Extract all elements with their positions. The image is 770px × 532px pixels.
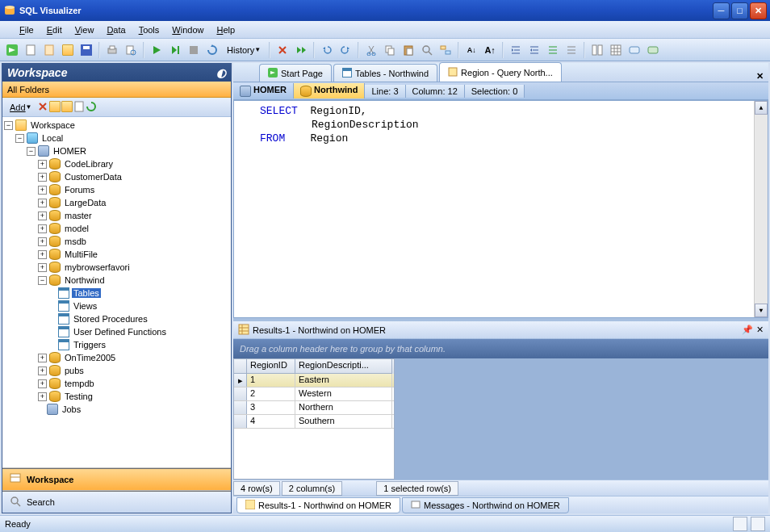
ws-refresh-icon[interactable] bbox=[86, 101, 97, 114]
menu-help[interactable]: Help bbox=[210, 23, 241, 36]
column-header-regiondesc[interactable]: RegionDescripti... bbox=[295, 359, 392, 374]
close-button[interactable]: ✕ bbox=[750, 2, 767, 19]
ws-delete-icon[interactable] bbox=[37, 101, 48, 114]
status-database[interactable]: Northwind bbox=[294, 83, 365, 98]
open-icon[interactable] bbox=[59, 41, 77, 59]
tree-db-ontime2005[interactable]: +OnTime2005 bbox=[4, 351, 229, 364]
minimize-button[interactable]: ─ bbox=[713, 2, 730, 19]
table-row[interactable]: 2 Western bbox=[234, 387, 394, 401]
paste-icon[interactable] bbox=[400, 41, 417, 59]
tab-tables-northwind[interactable]: Tables - Northwind bbox=[333, 64, 437, 82]
tree-db-forums[interactable]: +Forums bbox=[4, 183, 229, 196]
workspace-tree[interactable]: −Workspace −Local −HOMER +CodeLibrary +C… bbox=[2, 117, 231, 467]
menu-file[interactable]: File bbox=[13, 23, 40, 36]
font-smaller-icon[interactable]: A↓ bbox=[462, 41, 480, 59]
tree-db-master[interactable]: +master bbox=[4, 209, 229, 222]
workspace-tab[interactable]: Workspace bbox=[2, 467, 231, 490]
find-icon[interactable] bbox=[418, 41, 436, 59]
indent-icon[interactable] bbox=[507, 41, 525, 59]
maximize-button[interactable]: □ bbox=[731, 2, 748, 19]
replace-icon[interactable] bbox=[437, 41, 454, 59]
tree-db-largedata[interactable]: +LargeData bbox=[4, 196, 229, 209]
menu-window[interactable]: Window bbox=[165, 23, 210, 36]
menu-data[interactable]: Data bbox=[100, 23, 132, 36]
column-header-regionid[interactable]: RegionID bbox=[247, 359, 295, 374]
ws-open-icon[interactable] bbox=[49, 101, 61, 114]
scroll-down-icon[interactable]: ▼ bbox=[755, 304, 768, 317]
results-pin-icon[interactable]: 📌 bbox=[742, 325, 753, 335]
new-doc-icon[interactable] bbox=[22, 41, 40, 59]
tree-db-tempdb[interactable]: +tempdb bbox=[4, 377, 229, 390]
uncomment-icon[interactable] bbox=[563, 41, 580, 59]
tree-db-msdb[interactable]: +msdb bbox=[4, 235, 229, 248]
save-icon[interactable] bbox=[77, 41, 95, 59]
tree-jobs[interactable]: Jobs bbox=[4, 403, 229, 416]
execute-icon[interactable] bbox=[148, 41, 165, 59]
print-icon[interactable] bbox=[103, 41, 121, 59]
editor-scrollbar[interactable]: ▲ ▼ bbox=[754, 101, 768, 317]
ws-folder-x-icon[interactable] bbox=[61, 101, 73, 114]
add-dropdown[interactable]: Add ▼ bbox=[6, 101, 36, 114]
results-tab-1[interactable]: Results-1 - Northwind on HOMER bbox=[236, 497, 400, 513]
tree-db-model[interactable]: +model bbox=[4, 222, 229, 235]
tree-db-pubs[interactable]: +pubs bbox=[4, 364, 229, 377]
menu-view[interactable]: View bbox=[69, 23, 101, 36]
tree-db-testing[interactable]: +Testing bbox=[4, 390, 229, 403]
execute-all-icon[interactable] bbox=[292, 41, 310, 59]
stop-icon[interactable] bbox=[185, 41, 203, 59]
menu-tools[interactable]: Tools bbox=[132, 23, 166, 36]
undo-icon[interactable] bbox=[318, 41, 336, 59]
status-server[interactable]: HOMER bbox=[233, 83, 294, 98]
tree-northwind-udf[interactable]: User Defined Functions bbox=[4, 325, 229, 338]
statusbar-icon-1[interactable] bbox=[733, 517, 747, 531]
tree-db-mybrowserfavori[interactable]: +mybrowserfavori bbox=[4, 261, 229, 274]
tree-db-multifile[interactable]: +MultiFile bbox=[4, 248, 229, 261]
tab-start-page[interactable]: Start Page bbox=[259, 64, 332, 82]
tree-northwind-sprocs[interactable]: Stored Procedures bbox=[4, 312, 229, 325]
messages-icon[interactable] bbox=[626, 41, 643, 59]
menu-grip[interactable] bbox=[5, 23, 10, 37]
ws-new-doc-icon[interactable] bbox=[73, 101, 85, 114]
group-by-bar[interactable]: Drag a column header here to group by th… bbox=[233, 339, 768, 358]
statusbar-icon-2[interactable] bbox=[751, 517, 765, 531]
menu-edit[interactable]: Edit bbox=[40, 23, 69, 36]
tree-root[interactable]: −Workspace bbox=[4, 119, 229, 132]
search-tab[interactable]: Search bbox=[2, 490, 231, 513]
results-grid[interactable]: RegionID RegionDescripti... ▸ 1 Eastern … bbox=[233, 358, 395, 480]
tree-group-local[interactable]: −Local bbox=[4, 132, 229, 145]
sql-editor[interactable]: SELECT RegionID, RegionDescription FROM … bbox=[233, 100, 768, 318]
all-folders-bar[interactable]: All Folders bbox=[2, 82, 231, 98]
redo-icon[interactable] bbox=[337, 41, 354, 59]
tree-northwind-tables[interactable]: Tables bbox=[4, 287, 229, 300]
copy-icon[interactable] bbox=[381, 41, 399, 59]
output-icon[interactable] bbox=[644, 41, 662, 59]
close-tab-icon[interactable]: ✕ bbox=[751, 71, 768, 82]
messages-tab[interactable]: Messages - Northwind on HOMER bbox=[402, 497, 569, 513]
window-layout-icon[interactable] bbox=[588, 41, 606, 59]
tree-northwind-views[interactable]: Views bbox=[4, 300, 229, 312]
execute-step-icon[interactable] bbox=[166, 41, 184, 59]
tab-region-query[interactable]: Region - Query North... bbox=[439, 62, 562, 82]
tree-server-homer[interactable]: −HOMER bbox=[4, 145, 229, 157]
cancel-icon[interactable] bbox=[274, 41, 291, 59]
font-larger-icon[interactable]: A↑ bbox=[481, 41, 499, 59]
refresh-icon[interactable] bbox=[203, 41, 221, 59]
tree-db-codelibrary[interactable]: +CodeLibrary bbox=[4, 157, 229, 170]
tree-db-northwind[interactable]: −Northwind bbox=[4, 274, 229, 287]
table-row[interactable]: ▸ 1 Eastern bbox=[234, 374, 394, 387]
scroll-up-icon[interactable]: ▲ bbox=[755, 101, 768, 115]
cut-icon[interactable] bbox=[362, 41, 380, 59]
run-script-icon[interactable] bbox=[3, 41, 21, 59]
comment-icon[interactable] bbox=[544, 41, 562, 59]
results-close-icon[interactable]: ✕ bbox=[756, 325, 764, 335]
outdent-icon[interactable] bbox=[525, 41, 543, 59]
history-dropdown[interactable]: History ▼ bbox=[222, 44, 266, 57]
tree-db-customerdata[interactable]: +CustomerData bbox=[4, 170, 229, 183]
workspace-collapse-icon[interactable]: ◐ bbox=[216, 66, 226, 79]
new-file-icon[interactable] bbox=[40, 41, 58, 59]
table-row[interactable]: 4 Southern bbox=[234, 415, 394, 429]
print-preview-icon[interactable] bbox=[122, 41, 140, 59]
results-grid-icon[interactable] bbox=[607, 41, 625, 59]
tree-northwind-triggers[interactable]: Triggers bbox=[4, 338, 229, 351]
table-row[interactable]: 3 Northern bbox=[234, 401, 394, 415]
